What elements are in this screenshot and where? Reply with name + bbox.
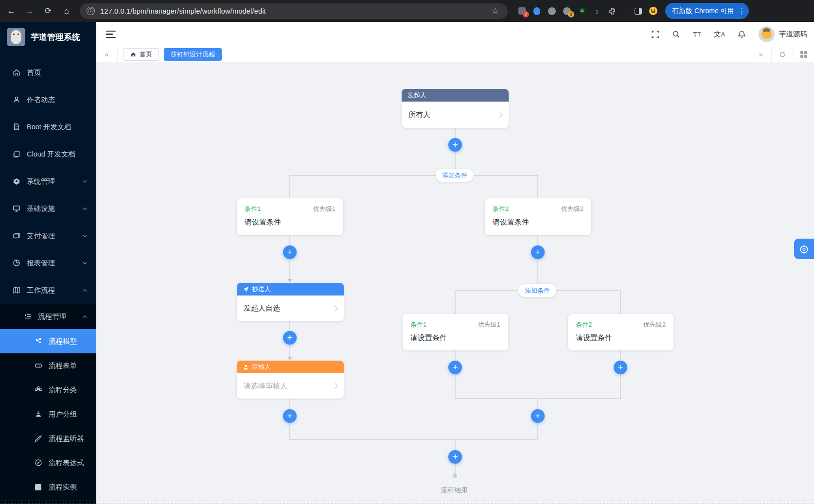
add-node-button[interactable]: + — [531, 409, 545, 423]
compass-icon — [34, 459, 42, 467]
condition-priority: 优先级1 — [478, 320, 500, 329]
sidebar-item-process-category[interactable]: 流程分类 — [0, 378, 96, 402]
header-actions: TT 文A 芋道源码 — [651, 26, 807, 42]
sidebar-item-process-expression[interactable]: 流程表达式 — [0, 451, 96, 475]
add-condition-button-nested[interactable]: 添加条件 — [518, 284, 556, 297]
translate-icon[interactable]: 文A — [714, 30, 725, 39]
square-icon — [34, 483, 42, 491]
add-node-button[interactable]: + — [283, 331, 297, 345]
add-node-button[interactable]: + — [283, 409, 297, 423]
add-node-button[interactable]: + — [448, 361, 462, 374]
tabs-scroll-left-icon[interactable]: « — [96, 47, 118, 62]
browser-menu-icon[interactable]: ⋮ — [738, 10, 746, 12]
tabs-refresh-icon[interactable] — [771, 47, 793, 62]
sidebar-item-process-form[interactable]: 流程表单 — [0, 353, 96, 378]
extension-icon-2[interactable] — [532, 7, 541, 16]
sidebar-item-label: Boot 开发文档 — [27, 122, 71, 132]
add-node-button[interactable]: + — [614, 361, 627, 374]
header-bar: TT 文A 芋道源码 — [96, 22, 814, 47]
add-condition-button[interactable]: 添加条件 — [436, 169, 474, 182]
condition-node-1[interactable]: 条件1 优先级1 请设置条件 — [237, 198, 343, 235]
designer-settings-button[interactable] — [794, 239, 814, 259]
address-bar[interactable]: ⓘ 127.0.0.1/bpm/manager/simple/workflow/… — [80, 3, 508, 19]
sidebar-item-payment[interactable]: 支付管理 — [0, 222, 96, 249]
avatar — [759, 26, 775, 42]
notification-bell-icon[interactable] — [738, 30, 746, 38]
back-icon[interactable]: ← — [4, 4, 18, 18]
url-text[interactable]: 127.0.0.1/bpm/manager/simple/workflow/mo… — [100, 7, 266, 15]
gear-icon — [12, 177, 20, 186]
nested-condition-node-1[interactable]: 条件1 优先级1 请设置条件 — [403, 314, 508, 350]
site-info-icon[interactable]: ⓘ — [87, 7, 95, 15]
refresh-icon[interactable]: ⟳ — [41, 4, 55, 18]
extension-icon-4[interactable]: 2 — [563, 7, 571, 16]
add-node-button[interactable]: + — [448, 138, 462, 152]
profile-avatar-icon[interactable] — [649, 7, 657, 16]
sidebar-item-system[interactable]: 系统管理 — [0, 168, 96, 195]
tab-workflow-designer[interactable]: 仿钉钉设计流程 — [164, 48, 222, 61]
sidebar-item-report[interactable]: 报表管理 — [0, 249, 96, 277]
tabs-scroll-right-icon[interactable]: » — [750, 47, 771, 62]
sidebar-item-label: 流程实例 — [49, 483, 77, 492]
app-logo-row[interactable]: 芋道管理系统 — [0, 22, 96, 52]
condition-value: 请设置条件 — [576, 333, 666, 343]
arrow-down-icon — [287, 357, 292, 360]
sidebar-item-author[interactable]: 作者动态 — [0, 86, 96, 113]
node-cc[interactable]: 抄送人 发起人自选 — [237, 283, 344, 321]
add-node-button[interactable]: + — [531, 245, 545, 259]
sidebar-item-process-instance[interactable]: 流程实例 — [0, 475, 96, 499]
add-node-button[interactable]: + — [283, 245, 297, 259]
chevron-down-icon — [82, 206, 88, 211]
sidebar-item-label: Cloud 开发文档 — [27, 150, 75, 159]
chevron-down-icon — [82, 261, 88, 266]
bookmark-star-icon[interactable]: ☆ — [492, 6, 501, 16]
user-menu[interactable]: 芋道源码 — [759, 26, 807, 42]
extension-icon-5[interactable]: ✶ — [578, 7, 586, 16]
tabs-menu-grid-icon[interactable] — [793, 47, 814, 62]
page-tabbar: « 首页 仿钉钉设计流程 » — [96, 47, 814, 62]
node-title: 审核人 — [252, 363, 271, 371]
sidebar-item-cloud-docs[interactable]: Cloud 开发文档 — [0, 140, 96, 168]
home-icon[interactable]: ⌂ — [59, 4, 74, 18]
sidebar-item-boot-docs[interactable]: Boot 开发文档 — [0, 113, 96, 140]
chevron-down-icon — [82, 179, 88, 184]
toolbar-divider — [625, 7, 625, 16]
extension-icon-3[interactable] — [548, 7, 556, 16]
connector — [537, 235, 538, 284]
branch-line — [289, 175, 538, 176]
search-icon[interactable] — [672, 30, 680, 38]
chevron-up-icon — [82, 288, 88, 293]
font-size-icon[interactable]: TT — [693, 30, 701, 38]
workflow-canvas[interactable]: 发起人 所有人 + 添加条件 条件1 优先级1 请设置条件 条件2 优先级2 请… — [96, 62, 814, 504]
sidebar-item-workflow[interactable]: 工作流程 — [0, 277, 96, 304]
condition-value: 请设置条件 — [410, 333, 500, 343]
forward-icon[interactable]: → — [22, 4, 37, 18]
sidebar-item-infra[interactable]: 基础设施 — [0, 195, 96, 222]
fullscreen-icon[interactable] — [651, 30, 659, 38]
nested-condition-node-2[interactable]: 条件2 优先级2 请设置条件 — [568, 314, 673, 350]
arrow-down-icon — [287, 279, 292, 282]
chevron-right-icon — [497, 112, 502, 117]
user-icon — [12, 96, 20, 104]
sidebar-item-label: 流程模型 — [49, 337, 77, 346]
chrome-update-button[interactable]: 有新版 Chrome 可用 ⋮ — [665, 3, 749, 19]
side-panel-icon[interactable] — [634, 7, 642, 16]
node-start[interactable]: 发起人 所有人 — [402, 89, 509, 128]
sidebar-item-user-group[interactable]: 用户分组 — [0, 402, 96, 426]
node-approver[interactable]: 审核人 请选择审核人 — [237, 361, 344, 399]
collapse-menu-icon[interactable] — [106, 29, 116, 40]
connector — [455, 290, 456, 314]
sidebar-item-process-listener[interactable]: 流程监听器 — [0, 426, 96, 451]
sidebar-item-process-model[interactable]: 流程模型 — [0, 329, 96, 353]
sidebar: 芋道管理系统 首页 作者动态 Boot 开发文档 Clou — [0, 22, 96, 504]
end-dot — [453, 473, 457, 478]
extension-icon-6[interactable]: ⌄⌄ — [593, 7, 602, 16]
condition-node-2[interactable]: 条件2 优先级2 请设置条件 — [485, 198, 591, 235]
sidebar-item-home[interactable]: 首页 — [0, 59, 96, 86]
tab-home[interactable]: 首页 — [124, 48, 159, 61]
sidebar-item-process-mgmt[interactable]: 流程管理 — [0, 304, 96, 329]
condition-priority: 优先级2 — [643, 320, 666, 329]
add-node-button[interactable]: + — [448, 450, 462, 464]
extensions-puzzle-icon[interactable] — [608, 7, 617, 16]
extension-icon-1[interactable]: 7 — [517, 7, 526, 16]
